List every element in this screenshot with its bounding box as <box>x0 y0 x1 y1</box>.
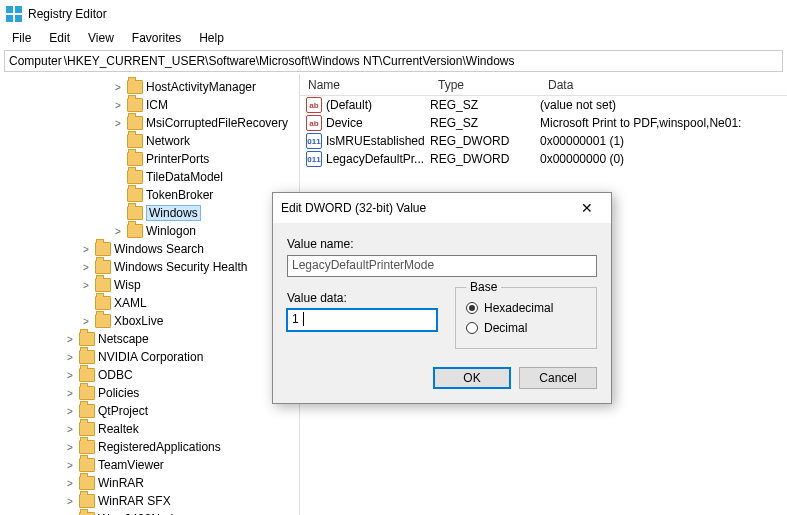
expand-icon[interactable]: > <box>64 424 76 435</box>
tree-node[interactable]: >TileDataModel <box>0 168 299 186</box>
value-row[interactable]: 011LegacyDefaultPr...REG_DWORD0x00000000… <box>300 150 787 168</box>
value-data-label: Value data: <box>287 291 437 305</box>
dword-icon: 011 <box>306 133 322 149</box>
tree-node[interactable]: >Netscape <box>0 330 299 348</box>
edit-dword-dialog: Edit DWORD (32-bit) Value ✕ Value name: … <box>272 192 612 404</box>
radio-decimal[interactable]: Decimal <box>466 318 586 338</box>
folder-icon <box>79 494 95 508</box>
expand-icon[interactable]: > <box>64 388 76 399</box>
dialog-titlebar[interactable]: Edit DWORD (32-bit) Value ✕ <box>273 193 611 223</box>
close-icon[interactable]: ✕ <box>571 197 603 219</box>
tree-node[interactable]: >Wow6432Node <box>0 510 299 515</box>
expand-icon[interactable]: > <box>112 118 124 129</box>
value-row[interactable]: 011IsMRUEstablishedREG_DWORD0x00000001 (… <box>300 132 787 150</box>
tree-node[interactable]: >ODBC <box>0 366 299 384</box>
tree-node[interactable]: >WinRAR <box>0 474 299 492</box>
header-name[interactable]: Name <box>300 78 430 92</box>
value-data-field[interactable]: 1 <box>287 309 437 331</box>
tree-node[interactable]: >Windows Security Health <box>0 258 299 276</box>
folder-icon <box>79 404 95 418</box>
tree-pane[interactable]: >HostActivityManager>ICM>MsiCorruptedFil… <box>0 74 300 515</box>
expand-icon[interactable]: > <box>64 334 76 345</box>
expand-icon[interactable]: > <box>64 406 76 417</box>
titlebar: Registry Editor <box>0 0 787 28</box>
base-legend: Base <box>466 280 501 294</box>
tree-node[interactable]: >NVIDIA Corporation <box>0 348 299 366</box>
tree-node[interactable]: >RegisteredApplications <box>0 438 299 456</box>
expand-icon[interactable]: > <box>80 262 92 273</box>
folder-icon <box>127 80 143 94</box>
radio-icon <box>466 302 478 314</box>
expand-icon[interactable]: > <box>64 496 76 507</box>
tree-node[interactable]: >Windows <box>0 204 299 222</box>
menu-favorites[interactable]: Favorites <box>124 29 189 47</box>
tree-node[interactable]: >XAML <box>0 294 299 312</box>
tree-node[interactable]: >Winlogon <box>0 222 299 240</box>
cancel-button[interactable]: Cancel <box>519 367 597 389</box>
tree-node-label: QtProject <box>98 404 148 418</box>
list-header[interactable]: Name Type Data <box>300 74 787 96</box>
expand-icon[interactable]: > <box>112 82 124 93</box>
menubar: File Edit View Favorites Help <box>0 28 787 48</box>
tree-node-label: Network <box>146 134 190 148</box>
expand-icon[interactable]: > <box>64 478 76 489</box>
folder-icon <box>79 440 95 454</box>
expand-icon[interactable]: > <box>80 280 92 291</box>
tree-node[interactable]: >XboxLive <box>0 312 299 330</box>
folder-icon <box>79 386 95 400</box>
tree-node[interactable]: >HostActivityManager <box>0 78 299 96</box>
tree-node-label: ODBC <box>98 368 133 382</box>
menu-view[interactable]: View <box>80 29 122 47</box>
folder-icon <box>79 458 95 472</box>
folder-icon <box>127 188 143 202</box>
svg-rect-0 <box>6 6 13 13</box>
value-name: LegacyDefaultPr... <box>326 152 430 166</box>
ok-button[interactable]: OK <box>433 367 511 389</box>
svg-rect-3 <box>15 15 22 22</box>
expand-icon[interactable]: > <box>112 100 124 111</box>
expand-icon[interactable]: > <box>64 442 76 453</box>
expand-icon[interactable]: > <box>64 352 76 363</box>
tree-node-label: Realtek <box>98 422 139 436</box>
header-type[interactable]: Type <box>430 78 540 92</box>
folder-icon <box>127 98 143 112</box>
tree-node[interactable]: >QtProject <box>0 402 299 420</box>
tree-node[interactable]: >WinRAR SFX <box>0 492 299 510</box>
tree-node[interactable]: >TeamViewer <box>0 456 299 474</box>
menu-help[interactable]: Help <box>191 29 232 47</box>
menu-file[interactable]: File <box>4 29 39 47</box>
expand-icon[interactable]: > <box>80 244 92 255</box>
header-data[interactable]: Data <box>540 78 787 92</box>
svg-rect-1 <box>15 6 22 13</box>
base-group: Base Hexadecimal Decimal <box>455 287 597 349</box>
value-row[interactable]: ab(Default)REG_SZ(value not set) <box>300 96 787 114</box>
value-row[interactable]: abDeviceREG_SZMicrosoft Print to PDF,win… <box>300 114 787 132</box>
tree-node[interactable]: >TokenBroker <box>0 186 299 204</box>
address-bar[interactable]: Computer \HKEY_CURRENT_USER\Software\Mic… <box>4 50 783 72</box>
tree-node-label: Windows <box>146 205 201 221</box>
value-name-field[interactable]: LegacyDefaultPrinterMode <box>287 255 597 277</box>
tree-node[interactable]: >Windows Search <box>0 240 299 258</box>
tree-node[interactable]: >Wisp <box>0 276 299 294</box>
dword-icon: 011 <box>306 151 322 167</box>
tree-node[interactable]: >Policies <box>0 384 299 402</box>
radio-icon <box>466 322 478 334</box>
tree-node-label: WinRAR <box>98 476 144 490</box>
value-type: REG_DWORD <box>430 152 540 166</box>
string-icon: ab <box>306 97 322 113</box>
tree-node[interactable]: >MsiCorruptedFileRecovery <box>0 114 299 132</box>
expand-icon[interactable]: > <box>112 226 124 237</box>
tree-node[interactable]: >Realtek <box>0 420 299 438</box>
tree-node[interactable]: >Network <box>0 132 299 150</box>
tree-node[interactable]: >PrinterPorts <box>0 150 299 168</box>
tree-node-label: Wisp <box>114 278 141 292</box>
tree-node[interactable]: >ICM <box>0 96 299 114</box>
dialog-title: Edit DWORD (32-bit) Value <box>281 201 426 215</box>
expand-icon[interactable]: > <box>80 316 92 327</box>
expand-icon[interactable]: > <box>64 370 76 381</box>
expand-icon[interactable]: > <box>64 460 76 471</box>
radio-hexadecimal[interactable]: Hexadecimal <box>466 298 586 318</box>
tree-node-label: Windows Security Health <box>114 260 247 274</box>
tree-node-label: WinRAR SFX <box>98 494 171 508</box>
menu-edit[interactable]: Edit <box>41 29 78 47</box>
